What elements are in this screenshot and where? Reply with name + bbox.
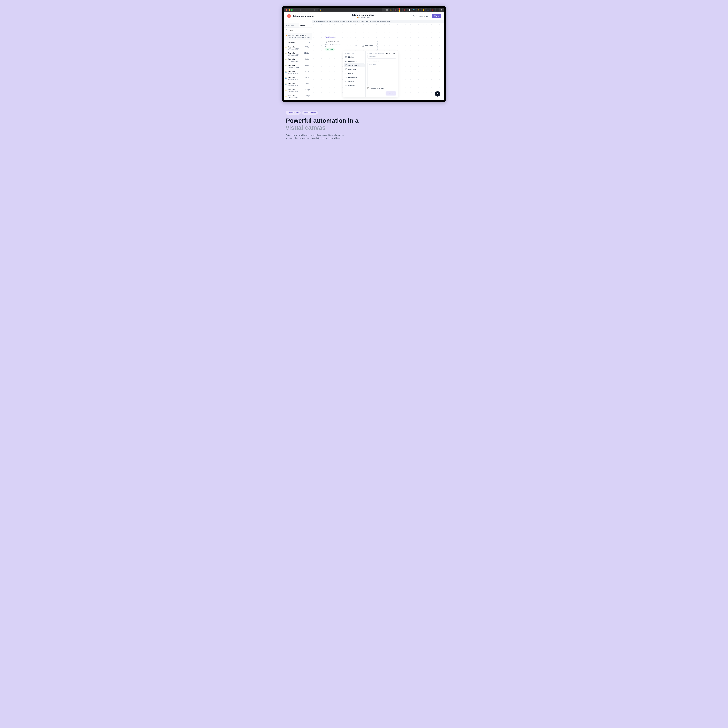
- schedule-node[interactable]: Internal schedule When [Schedule name] i…: [324, 39, 344, 52]
- action-type-pull-request[interactable]: Pull request: [344, 75, 365, 80]
- reuse-checkbox-row[interactable]: Save to reuse later: [367, 87, 396, 89]
- ext-icon-7[interactable]: ♔: [417, 8, 421, 12]
- version-author: Tolu saba: [288, 70, 295, 72]
- current-version[interactable]: Current version (Unsaved) Click "Save" t…: [284, 33, 312, 40]
- chat-fab[interactable]: [435, 91, 440, 96]
- action-type-condition[interactable]: Condition: [344, 84, 365, 88]
- tab-run-history[interactable]: Run history: [284, 23, 299, 28]
- svg-point-2: [413, 15, 414, 16]
- version-item[interactable]: 👤Tolu saba4:00pm10 March, 2024: [284, 63, 312, 69]
- version-author: Tolu saba: [288, 95, 295, 97]
- action-icon: [345, 60, 347, 62]
- close-window-icon[interactable]: [286, 9, 288, 11]
- version-item[interactable]: 👤Tolu saba6:28pm5 March, 2024: [284, 94, 312, 100]
- minimize-window-icon[interactable]: [288, 9, 290, 11]
- request-review-button[interactable]: Request review: [411, 14, 431, 18]
- save-history-link[interactable]: SAVE HISTORY: [386, 52, 396, 54]
- maximize-window-icon[interactable]: [291, 9, 293, 11]
- version-item[interactable]: 👤Tolu saba5:01pm8 March, 2024: [284, 75, 312, 81]
- action-type-notification[interactable]: Notification: [344, 67, 365, 71]
- version-item[interactable]: 👤Tolu saba10:08am7 March, 2024: [284, 81, 312, 88]
- ext-icon-11[interactable]: ◯: [436, 8, 439, 12]
- version-author: Tolu saba: [288, 89, 295, 90]
- confirm-button[interactable]: Confirm: [385, 92, 396, 95]
- marketing-section: Visual canvas Version control Powerful a…: [282, 111, 446, 140]
- action-label: Notification: [348, 69, 356, 70]
- svg-rect-0: [300, 9, 302, 11]
- ext-icon-2[interactable]: ◉: [394, 8, 398, 12]
- project-avatar: T: [287, 14, 291, 18]
- action-type-rollback[interactable]: Rollback: [344, 71, 365, 75]
- current-dot-icon: [286, 35, 287, 36]
- action-panel: ACTION TYPE PipelineEnvironmentSQL state…: [343, 51, 398, 97]
- ext-icon-6[interactable]: 🐦: [412, 8, 416, 12]
- unsaved-label: Unsaved changes: [358, 17, 371, 18]
- url-bar[interactable]: 🔒: [318, 8, 382, 12]
- ext-icon-8[interactable]: ◆: [422, 8, 425, 12]
- plus-circle-icon: [362, 44, 364, 47]
- node-status-badge: Successful: [325, 48, 335, 50]
- version-author: Tolu saba: [288, 52, 295, 54]
- inactive-banner: This workflow is inactive. You can activ…: [312, 20, 444, 23]
- chevron-down-icon: [375, 14, 376, 16]
- lock-icon: 🔒: [320, 9, 321, 11]
- sidebar-tabs: Run history Version: [284, 23, 312, 28]
- version-item[interactable]: 👤Tolu saba9:21am9 March, 2024: [284, 69, 312, 75]
- ext-icon-5[interactable]: ⬤: [408, 8, 411, 12]
- search-input[interactable]: [289, 29, 310, 31]
- version-item[interactable]: 👤Tolu saba7:39pm11 March, 2024: [284, 57, 312, 63]
- action-type-sql-statement[interactable]: SQL statement: [344, 63, 365, 67]
- version-date: 11 March, 2024: [288, 60, 310, 62]
- version-time: 4:00pm: [305, 46, 310, 48]
- version-author: Tolu saba: [288, 83, 295, 84]
- action-type-list: ACTION TYPE PipelineEnvironmentSQL state…: [343, 51, 366, 97]
- sql-textarea[interactable]: [367, 63, 396, 86]
- version-item[interactable]: 👤Tolu saba11:22am13 March, 2024: [284, 51, 312, 57]
- marketing-heading-line1: Powerful automation in a: [286, 117, 358, 124]
- tab-version[interactable]: Version: [299, 23, 312, 28]
- save-button[interactable]: Save: [432, 14, 441, 18]
- version-avatar: 👤: [285, 71, 287, 73]
- search-icon: [286, 29, 288, 31]
- chevron-down-icon: [308, 41, 310, 43]
- version-item[interactable]: 👤Tolu saba4:00pm13 March, 2024: [284, 45, 312, 51]
- task-name-input[interactable]: [367, 55, 396, 58]
- unsaved-dot-icon: [357, 17, 358, 18]
- chat-icon: [436, 93, 439, 95]
- version-date: 9 March, 2024: [288, 72, 310, 74]
- version-avatar: 👤: [285, 83, 287, 85]
- browser-chrome: 🔒 ●●● ◉ ◉ 🔴🟡 ▮ ⬤ 🐦 ♔ ◆ ▬ ▶ ◯ +: [284, 8, 444, 12]
- workflow-start-label: Workflow start: [326, 36, 440, 38]
- version-date: 7 March, 2024: [288, 85, 310, 87]
- ext-icon-4[interactable]: ▮: [403, 8, 407, 12]
- new-tab-icon[interactable]: +: [441, 9, 442, 11]
- workflow-title: Datangle test workflow: [352, 14, 374, 16]
- action-icon: [345, 76, 347, 78]
- versions-count-toggle[interactable]: 17 versions: [284, 40, 312, 45]
- ext-icon-3[interactable]: 🔴🟡: [398, 8, 402, 12]
- search-row: [284, 28, 312, 33]
- workflow-title-dropdown[interactable]: Datangle test workflow: [352, 14, 376, 16]
- back-icon[interactable]: [314, 9, 315, 11]
- reader-icon[interactable]: ●●●: [385, 9, 388, 11]
- add-action-node[interactable]: Add action: [357, 40, 378, 51]
- version-author: Tolu saba: [288, 58, 295, 60]
- current-version-sub: Click "Save" to save this version: [286, 37, 310, 38]
- version-time: 4:00pm: [305, 64, 310, 66]
- ext-icon-9[interactable]: ▬: [426, 8, 430, 12]
- ext-icon-1[interactable]: ◉: [389, 8, 393, 12]
- action-type-environment[interactable]: Environment: [344, 59, 365, 63]
- browser-sidebar-toggle[interactable]: [300, 9, 304, 11]
- action-type-pipeline[interactable]: Pipeline: [344, 55, 365, 59]
- ext-icon-10[interactable]: ▶: [431, 8, 435, 12]
- version-time: 3:44pm: [305, 89, 310, 90]
- sql-label: SQL STATEMENT: [367, 60, 396, 62]
- reuse-checkbox[interactable]: [367, 87, 369, 89]
- action-icon: [345, 56, 347, 58]
- action-label: Rollback: [348, 72, 354, 74]
- action-label: Environment: [348, 60, 357, 62]
- workflow-canvas[interactable]: Workflow start Internal schedule When [S…: [312, 23, 444, 100]
- reuse-label: Save to reuse later: [370, 87, 384, 89]
- version-item[interactable]: 👤Tolu saba3:44pm6 March, 2024: [284, 88, 312, 94]
- action-type-api-call[interactable]: API call: [344, 80, 365, 84]
